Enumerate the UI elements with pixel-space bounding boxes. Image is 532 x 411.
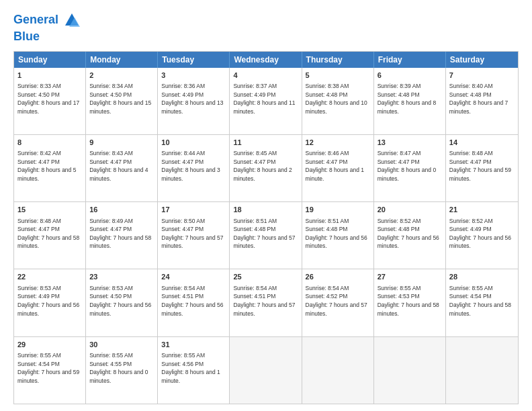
day-cell-1: 1 Sunrise: 8:33 AMSunset: 4:50 PMDayligh… <box>14 68 86 134</box>
day-number: 23 <box>89 272 154 282</box>
day-number: 6 <box>378 71 442 81</box>
day-cell-31: 31 Sunrise: 8:55 AMSunset: 4:56 PMDaylig… <box>158 337 230 404</box>
day-info: Sunrise: 8:55 AMSunset: 4:54 PMDaylight:… <box>449 285 511 317</box>
day-cell-26: 26 Sunrise: 8:54 AMSunset: 4:52 PMDaylig… <box>302 269 374 336</box>
day-cell-28: 28 Sunrise: 8:55 AMSunset: 4:54 PMDaylig… <box>446 269 518 336</box>
day-header-sunday: Sunday <box>14 52 86 68</box>
logo-text: General <box>13 13 58 28</box>
day-number: 1 <box>17 71 82 81</box>
day-info: Sunrise: 8:51 AMSunset: 4:48 PMDaylight:… <box>233 218 295 250</box>
day-number: 10 <box>161 138 226 148</box>
day-cell-18: 18 Sunrise: 8:51 AMSunset: 4:48 PMDaylig… <box>230 202 302 269</box>
page: General Blue SundayMondayTuesdayWednesda… <box>0 0 532 411</box>
logo-icon <box>62 11 81 30</box>
day-cell-4: 4 Sunrise: 8:37 AMSunset: 4:49 PMDayligh… <box>230 68 302 134</box>
day-info: Sunrise: 8:50 AMSunset: 4:47 PMDaylight:… <box>161 218 223 250</box>
day-cell-6: 6 Sunrise: 8:39 AMSunset: 4:48 PMDayligh… <box>374 68 446 134</box>
day-cell-22: 22 Sunrise: 8:53 AMSunset: 4:49 PMDaylig… <box>14 269 86 336</box>
day-info: Sunrise: 8:33 AMSunset: 4:50 PMDaylight:… <box>17 83 79 115</box>
day-number: 20 <box>378 205 442 215</box>
day-number: 27 <box>378 272 442 282</box>
day-info: Sunrise: 8:55 AMSunset: 4:56 PMDaylight:… <box>161 352 220 384</box>
day-info: Sunrise: 8:49 AMSunset: 4:47 PMDaylight:… <box>89 218 151 250</box>
empty-cell <box>446 337 518 404</box>
day-cell-25: 25 Sunrise: 8:54 AMSunset: 4:51 PMDaylig… <box>230 269 302 336</box>
day-info: Sunrise: 8:34 AMSunset: 4:50 PMDaylight:… <box>89 83 151 115</box>
day-info: Sunrise: 8:36 AMSunset: 4:49 PMDaylight:… <box>161 83 223 115</box>
day-cell-20: 20 Sunrise: 8:52 AMSunset: 4:48 PMDaylig… <box>374 202 446 269</box>
calendar-header-row: SundayMondayTuesdayWednesdayThursdayFrid… <box>14 52 518 68</box>
day-cell-23: 23 Sunrise: 8:53 AMSunset: 4:50 PMDaylig… <box>86 269 158 336</box>
day-cell-19: 19 Sunrise: 8:51 AMSunset: 4:48 PMDaylig… <box>302 202 374 269</box>
day-info: Sunrise: 8:54 AMSunset: 4:51 PMDaylight:… <box>233 285 295 317</box>
day-number: 13 <box>378 138 442 148</box>
day-info: Sunrise: 8:45 AMSunset: 4:47 PMDaylight:… <box>233 150 292 182</box>
day-info: Sunrise: 8:54 AMSunset: 4:52 PMDaylight:… <box>306 285 367 317</box>
day-number: 9 <box>89 138 154 148</box>
day-info: Sunrise: 8:53 AMSunset: 4:49 PMDaylight:… <box>17 285 79 317</box>
day-info: Sunrise: 8:53 AMSunset: 4:50 PMDaylight:… <box>89 285 151 317</box>
day-info: Sunrise: 8:52 AMSunset: 4:49 PMDaylight:… <box>449 218 511 250</box>
day-cell-30: 30 Sunrise: 8:55 AMSunset: 4:55 PMDaylig… <box>86 337 158 404</box>
day-number: 30 <box>89 340 154 350</box>
day-number: 22 <box>17 272 82 282</box>
day-number: 17 <box>161 205 226 215</box>
day-number: 4 <box>233 71 298 81</box>
day-info: Sunrise: 8:46 AMSunset: 4:47 PMDaylight:… <box>306 150 364 182</box>
day-number: 14 <box>449 138 515 148</box>
day-cell-5: 5 Sunrise: 8:38 AMSunset: 4:48 PMDayligh… <box>302 68 374 134</box>
day-number: 7 <box>449 71 515 81</box>
day-number: 24 <box>161 272 226 282</box>
calendar-body: 1 Sunrise: 8:33 AMSunset: 4:50 PMDayligh… <box>14 68 518 404</box>
week-row-4: 22 Sunrise: 8:53 AMSunset: 4:49 PMDaylig… <box>14 269 518 336</box>
day-number: 11 <box>233 138 298 148</box>
day-number: 12 <box>306 138 370 148</box>
calendar: SundayMondayTuesdayWednesdayThursdayFrid… <box>13 51 519 404</box>
empty-cell <box>374 337 446 404</box>
logo: General Blue <box>13 11 81 44</box>
day-info: Sunrise: 8:54 AMSunset: 4:51 PMDaylight:… <box>161 285 223 317</box>
day-cell-17: 17 Sunrise: 8:50 AMSunset: 4:47 PMDaylig… <box>158 202 230 269</box>
day-number: 18 <box>233 205 298 215</box>
day-cell-15: 15 Sunrise: 8:48 AMSunset: 4:47 PMDaylig… <box>14 202 86 269</box>
day-info: Sunrise: 8:48 AMSunset: 4:47 PMDaylight:… <box>449 150 511 182</box>
day-info: Sunrise: 8:44 AMSunset: 4:47 PMDaylight:… <box>161 150 220 182</box>
day-cell-24: 24 Sunrise: 8:54 AMSunset: 4:51 PMDaylig… <box>158 269 230 336</box>
day-info: Sunrise: 8:40 AMSunset: 4:48 PMDaylight:… <box>449 83 508 115</box>
week-row-5: 29 Sunrise: 8:55 AMSunset: 4:54 PMDaylig… <box>14 337 518 404</box>
day-header-monday: Monday <box>86 52 158 68</box>
day-info: Sunrise: 8:42 AMSunset: 4:47 PMDaylight:… <box>17 150 76 182</box>
day-info: Sunrise: 8:43 AMSunset: 4:47 PMDaylight:… <box>89 150 148 182</box>
week-row-1: 1 Sunrise: 8:33 AMSunset: 4:50 PMDayligh… <box>14 68 518 135</box>
week-row-2: 8 Sunrise: 8:42 AMSunset: 4:47 PMDayligh… <box>14 135 518 202</box>
day-cell-14: 14 Sunrise: 8:48 AMSunset: 4:47 PMDaylig… <box>446 135 518 201</box>
day-cell-10: 10 Sunrise: 8:44 AMSunset: 4:47 PMDaylig… <box>158 135 230 201</box>
day-number: 15 <box>17 205 82 215</box>
day-info: Sunrise: 8:48 AMSunset: 4:47 PMDaylight:… <box>17 218 79 250</box>
day-cell-27: 27 Sunrise: 8:55 AMSunset: 4:53 PMDaylig… <box>374 269 446 336</box>
day-number: 31 <box>161 340 226 350</box>
day-info: Sunrise: 8:55 AMSunset: 4:53 PMDaylight:… <box>378 285 439 317</box>
day-cell-2: 2 Sunrise: 8:34 AMSunset: 4:50 PMDayligh… <box>86 68 158 134</box>
week-row-3: 15 Sunrise: 8:48 AMSunset: 4:47 PMDaylig… <box>14 202 518 269</box>
day-cell-12: 12 Sunrise: 8:46 AMSunset: 4:47 PMDaylig… <box>302 135 374 201</box>
day-cell-11: 11 Sunrise: 8:45 AMSunset: 4:47 PMDaylig… <box>230 135 302 201</box>
day-info: Sunrise: 8:38 AMSunset: 4:48 PMDaylight:… <box>306 83 367 115</box>
day-info: Sunrise: 8:37 AMSunset: 4:49 PMDaylight:… <box>233 83 295 115</box>
day-number: 5 <box>306 71 370 81</box>
day-cell-13: 13 Sunrise: 8:47 AMSunset: 4:47 PMDaylig… <box>374 135 446 201</box>
logo-text2: Blue <box>13 30 81 44</box>
day-header-saturday: Saturday <box>446 52 518 68</box>
day-cell-21: 21 Sunrise: 8:52 AMSunset: 4:49 PMDaylig… <box>446 202 518 269</box>
day-header-tuesday: Tuesday <box>158 52 230 68</box>
day-info: Sunrise: 8:52 AMSunset: 4:48 PMDaylight:… <box>378 218 439 250</box>
day-number: 8 <box>17 138 82 148</box>
day-number: 26 <box>306 272 370 282</box>
day-number: 25 <box>233 272 298 282</box>
day-number: 16 <box>89 205 154 215</box>
empty-cell <box>230 337 302 404</box>
day-info: Sunrise: 8:39 AMSunset: 4:48 PMDaylight:… <box>378 83 436 115</box>
day-number: 3 <box>161 71 226 81</box>
day-info: Sunrise: 8:47 AMSunset: 4:47 PMDaylight:… <box>378 150 436 182</box>
day-cell-9: 9 Sunrise: 8:43 AMSunset: 4:47 PMDayligh… <box>86 135 158 201</box>
